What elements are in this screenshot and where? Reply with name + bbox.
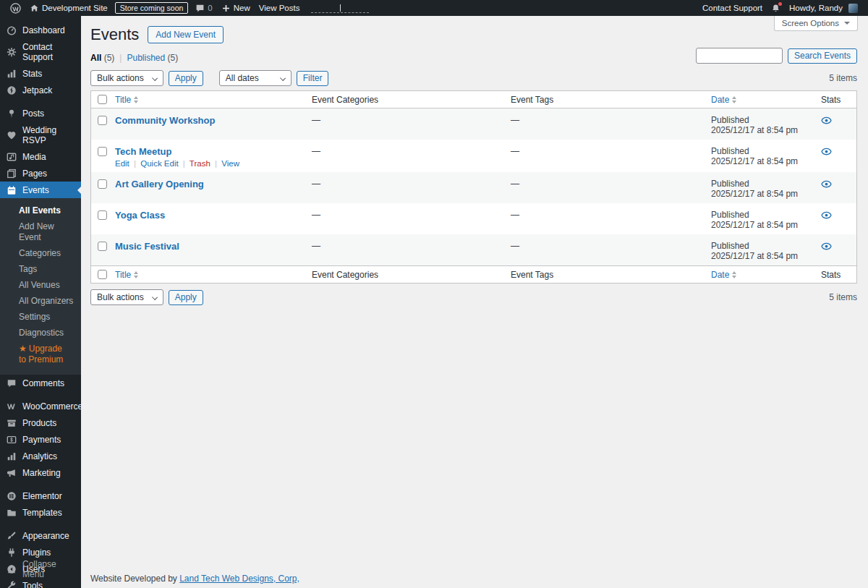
datetime-label: 2025/12/17 at 8:54 pm (711, 156, 817, 166)
search-input[interactable] (696, 48, 783, 64)
event-title-link[interactable]: Tech Meetup (115, 146, 172, 157)
view-all-count: (5) (104, 53, 115, 63)
date-cell: Published 2025/12/17 at 8:54 pm (711, 203, 817, 234)
submenu-categories[interactable]: Categories (0, 245, 81, 261)
sidebar-label: Posts (22, 108, 44, 119)
view-posts-menu[interactable]: View Posts (255, 0, 305, 16)
submenu-tags[interactable]: Tags (0, 261, 81, 277)
column-title-label: Title (115, 270, 131, 280)
chevron-down-icon (844, 22, 850, 27)
stats-eye-icon[interactable] (821, 241, 832, 252)
events-submenu: All Events Add New Event Categories Tags… (0, 198, 81, 375)
table-row: Music Festival — — Published 2025/12/17 … (91, 234, 856, 265)
add-new-event-button[interactable]: Add New Event (148, 26, 224, 43)
admin-bar-inline-field[interactable] (311, 3, 369, 13)
sidebar-item-events[interactable]: Events (0, 182, 81, 198)
submenu-add-new-event[interactable]: Add New Event (0, 218, 81, 245)
trash-link[interactable]: Trash (190, 159, 210, 168)
submenu-all-events[interactable]: All Events (0, 203, 81, 218)
stats-eye-icon[interactable] (821, 146, 832, 157)
sidebar-item-appearance[interactable]: Appearance (0, 527, 81, 544)
view-link[interactable]: View (221, 159, 239, 168)
view-filter-published[interactable]: Published (5) (127, 53, 178, 63)
sidebar-item-payments[interactable]: Payments (0, 431, 81, 448)
media-icon (6, 152, 17, 162)
column-header-title[interactable]: Title (115, 92, 312, 108)
bulk-actions-select[interactable]: Bulk actions (90, 70, 163, 86)
all-dates-select[interactable]: All dates (219, 70, 292, 86)
row-checkbox[interactable] (98, 179, 107, 189)
footer-credit-link[interactable]: Land Tech Web Designs, Corp, (179, 574, 299, 584)
contact-support-label: Contact Support (702, 4, 762, 12)
collapse-menu-button[interactable]: Collapse Menu (0, 555, 81, 582)
sidebar-label: Events (22, 185, 49, 195)
sidebar-item-dashboard[interactable]: Dashboard (0, 22, 81, 38)
sidebar-item-pages[interactable]: Pages (0, 165, 81, 182)
row-checkbox[interactable] (98, 242, 107, 251)
apply-button[interactable]: Apply (169, 71, 203, 86)
sidebar-item-media[interactable]: Media (0, 148, 81, 165)
sidebar-item-woocommerce[interactable]: WooCommerce (0, 398, 81, 414)
event-title-link[interactable]: Community Workshop (115, 115, 215, 126)
select-all-checkbox[interactable] (98, 95, 107, 104)
sidebar-item-comments[interactable]: Comments (0, 375, 81, 391)
account-menu[interactable]: Howdy, Randy (785, 0, 862, 16)
sidebar-item-posts[interactable]: Posts (0, 105, 81, 122)
sidebar-item-wedding-rsvp[interactable]: Wedding RSVP (0, 122, 81, 148)
quick-edit-link[interactable]: Quick Edit (140, 159, 178, 168)
wordpress-logo-menu[interactable] (6, 0, 25, 16)
column-header-date[interactable]: Date (711, 92, 817, 108)
stats-eye-icon[interactable] (821, 179, 832, 189)
row-checkbox[interactable] (98, 210, 107, 220)
bulk-actions-select-bottom[interactable]: Bulk actions (90, 289, 163, 305)
sidebar-item-contact-support[interactable]: Contact Support (0, 38, 81, 65)
view-filter-all[interactable]: All (5) (90, 53, 114, 63)
edit-link[interactable]: Edit (115, 159, 129, 168)
elementor-icon (6, 491, 17, 501)
tags-cell: — (511, 234, 711, 255)
column-footer-date[interactable]: Date (711, 267, 817, 283)
stats-eye-icon[interactable] (821, 210, 832, 221)
action-separator: | (132, 159, 138, 168)
datetime-label: 2025/12/17 at 8:54 pm (711, 189, 817, 199)
stats-eye-icon[interactable] (821, 115, 832, 126)
sidebar-item-marketing[interactable]: Marketing (0, 464, 81, 481)
event-title-link[interactable]: Yoga Class (115, 210, 165, 221)
submenu-diagnostics[interactable]: Diagnostics (0, 325, 81, 341)
comments-menu[interactable]: 0 (191, 0, 216, 16)
sidebar-item-jetpack[interactable]: Jetpack (0, 82, 81, 98)
contact-support-menu[interactable]: Contact Support (698, 0, 767, 16)
apply-button-bottom[interactable]: Apply (169, 290, 203, 305)
column-footer-title[interactable]: Title (115, 267, 312, 283)
event-title-link[interactable]: Music Festival (115, 241, 179, 252)
select-all-checkbox[interactable] (98, 270, 107, 279)
sidebar-item-analytics[interactable]: Analytics (0, 448, 81, 464)
sidebar-item-elementor[interactable]: Elementor (0, 487, 81, 504)
footer-credit-text: Website Developed by (90, 574, 179, 584)
categories-cell: — (312, 234, 511, 255)
submenu-settings[interactable]: Settings (0, 309, 81, 325)
notifications-menu[interactable] (767, 0, 785, 16)
comment-bubble-icon (195, 4, 205, 13)
row-checkbox[interactable] (98, 116, 107, 125)
event-title-link[interactable]: Art Gallery Opening (115, 179, 204, 189)
submenu-all-venues[interactable]: All Venues (0, 277, 81, 293)
jetpack-icon (6, 85, 17, 95)
sidebar-item-templates[interactable]: Templates (0, 504, 81, 521)
search-events-button[interactable]: Search Events (788, 48, 857, 64)
main-content: Screen Options Events Add New Event All … (81, 16, 868, 588)
sidebar-item-products[interactable]: Products (0, 414, 81, 431)
sidebar-item-stats[interactable]: Stats (0, 65, 81, 82)
sidebar-label: WooCommerce (22, 401, 82, 412)
sidebar-label: Jetpack (22, 85, 52, 95)
woocommerce-icon (6, 401, 17, 412)
row-checkbox[interactable] (98, 147, 107, 156)
site-name-menu[interactable]: Development Site (25, 0, 112, 16)
screen-options-tab[interactable]: Screen Options (774, 16, 858, 31)
new-content-menu[interactable]: New (217, 0, 255, 16)
submenu-upgrade-to-premium[interactable]: ★Upgrade to Premium (0, 341, 81, 367)
filter-button[interactable]: Filter (297, 71, 329, 86)
table-row: Art Gallery Opening — — Published 2025/1… (91, 172, 856, 203)
events-list-table: Title Event Categories Event Tags Date S… (90, 90, 857, 284)
submenu-all-organizers[interactable]: All Organizers (0, 293, 81, 309)
